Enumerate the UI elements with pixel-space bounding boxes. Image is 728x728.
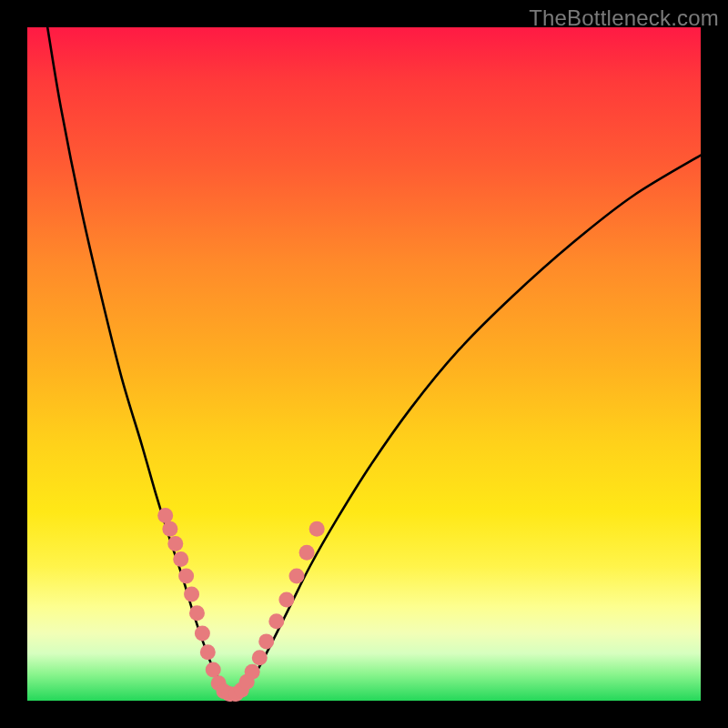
data-dot xyxy=(167,536,183,551)
curve-dots-right xyxy=(228,521,325,702)
data-dot xyxy=(289,569,305,584)
data-dot xyxy=(309,521,325,537)
data-dot xyxy=(200,644,216,660)
watermark-label: TheBottleneck.com xyxy=(529,5,719,31)
data-dot xyxy=(258,633,274,649)
data-dot xyxy=(173,551,188,567)
data-dot xyxy=(195,626,210,642)
data-dot xyxy=(189,605,205,621)
data-dot xyxy=(184,587,199,602)
bottleneck-curve xyxy=(47,27,701,695)
data-dot xyxy=(245,664,260,680)
data-dot xyxy=(206,662,221,677)
data-dot xyxy=(162,521,177,537)
data-dot xyxy=(299,545,315,561)
data-dot xyxy=(252,650,268,665)
data-dot xyxy=(178,569,194,584)
data-dot xyxy=(157,508,173,523)
outer-frame: TheBottleneck.com xyxy=(0,0,728,728)
data-dot xyxy=(268,613,284,629)
data-dot xyxy=(278,592,294,608)
plot-area xyxy=(27,27,701,701)
chart-svg xyxy=(27,27,701,701)
